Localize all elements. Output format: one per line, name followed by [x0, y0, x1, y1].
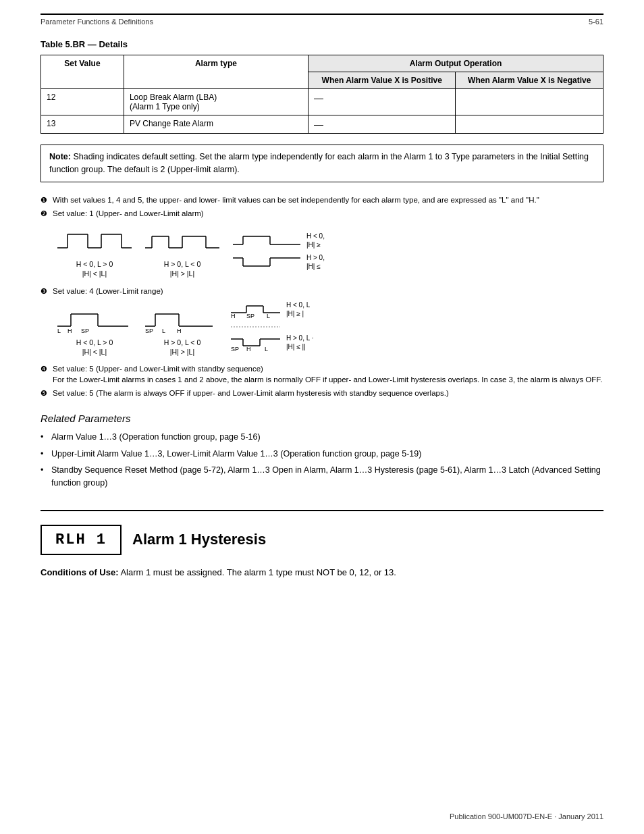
diagrams-row-1: H < 0, L > 0|H| < |L| H	[54, 224, 603, 278]
diag-caption-2b: H > 0, L < 0|H| > |L|	[142, 338, 223, 357]
row-when-negative	[456, 115, 603, 134]
signal-svg-2c-mid	[230, 324, 284, 330]
footnote-4: ❹ Set value: 5 (Upper- and Lower-Limit w…	[41, 363, 603, 385]
footnote-num-4: ❹	[41, 364, 50, 374]
svg-text:H: H	[68, 328, 72, 334]
diag-caption-1b: H > 0, L < 0|H| > |L|	[142, 260, 223, 278]
diag-caption-1a: H < 0, L > 0|H| < |L|	[54, 260, 135, 278]
footnote-text-3: Set value: 4 (Lower-Limit range)	[53, 286, 603, 296]
diagram-2a: L H SP H < 0, L > 0|H| < |L|	[54, 299, 135, 357]
footnotes: ❶ With set values 1, 4 and 5, the upper-…	[41, 194, 603, 399]
signal-svg-1c-top	[230, 231, 304, 250]
note-bold: Note:	[49, 152, 71, 161]
diag-label-1c-top: H < 0,|H| ≥	[306, 232, 325, 249]
svg-text:SP: SP	[246, 313, 254, 319]
diagrams-row-2: L H SP H < 0, L > 0|H| < |L|	[54, 299, 603, 357]
svg-text:SP: SP	[81, 328, 89, 334]
page-container: Parameter Functions & Definitions 5-61 T…	[0, 0, 644, 834]
alh-section: RLH 1 Alarm 1 Hysteresis Conditions of U…	[41, 510, 603, 580]
list-item: Upper-Limit Alarm Value 1…3, Lower-Limit…	[41, 448, 603, 461]
note-box: Note: Shading indicates default setting.…	[41, 145, 603, 182]
col-set-value: Set Value	[41, 55, 124, 89]
signal-svg-1c-bottom	[230, 253, 304, 271]
signal-svg-1a	[54, 224, 135, 258]
signal-svg-2c-top: H SP L	[230, 299, 284, 319]
list-item: Alarm Value 1…3 (Operation function grou…	[41, 431, 603, 444]
signal-svg-2b: SP L H	[142, 299, 223, 336]
row-alarm-type: Loop Break Alarm (LBA)(Alarm 1 Type only…	[124, 89, 308, 115]
diagram-1c-top: H < 0,|H| ≥	[230, 231, 325, 250]
row-set-value: 12	[41, 89, 124, 115]
alh-title: Alarm 1 Hysteresis	[132, 531, 266, 548]
footnote-text-2: Set value: 1 (Upper- and Lower-Limit ala…	[53, 208, 603, 219]
svg-text:L: L	[162, 328, 165, 334]
svg-text:L: L	[265, 346, 268, 353]
diagram-2b: SP L H H > 0, L < 0|H| > |L|	[142, 299, 223, 357]
diagram-1c-group: H < 0,|H| ≥ H > 0,|H| ≤	[230, 224, 325, 278]
signal-svg-1b	[142, 224, 223, 258]
diagram-2c-top: H SP L H < 0, L|H| ≥ |	[230, 299, 313, 319]
diagram-1a: H < 0, L > 0|H| < |L|	[54, 224, 135, 278]
row-when-positive: —	[308, 115, 456, 134]
svg-text:L: L	[267, 313, 270, 319]
related-list: Alarm Value 1…3 (Operation function grou…	[41, 431, 603, 490]
header-bar: Parameter Functions & Definitions 5-61	[41, 14, 603, 26]
diagram-1c-bottom: H > 0,|H| ≤	[230, 253, 325, 271]
table-row: 12 Loop Break Alarm (LBA)(Alarm 1 Type o…	[41, 89, 603, 115]
col-when-positive: When Alarm Value X is Positive	[308, 72, 456, 89]
footnote-text-5: Set value: 5 (The alarm is always OFF if…	[53, 388, 603, 398]
header-left: Parameter Functions & Definitions	[41, 18, 153, 26]
diag-label-2c-bottom: H > 0, L ·|H| ≤ ||	[286, 334, 313, 351]
footnote-num-1: ❶	[41, 195, 50, 205]
svg-text:L: L	[57, 328, 61, 334]
diagram-2c-bottom: SP H L H > 0, L ·|H| ≤ ||	[230, 332, 313, 353]
svg-text:SP: SP	[231, 346, 239, 353]
note-text: Shading indicates default setting. Set t…	[49, 152, 589, 174]
table-row: 13 PV Change Rate Alarm —	[41, 115, 603, 134]
col-alarm-output: Alarm Output Operation	[308, 55, 603, 72]
related-parameters-section: Related Parameters Alarm Value 1…3 (Oper…	[41, 413, 603, 490]
signal-svg-2c-bottom: SP H L	[230, 332, 284, 353]
alh-conditions-bold: Conditions of Use:	[41, 567, 119, 577]
related-title: Related Parameters	[41, 413, 603, 424]
list-item: Standby Sequence Reset Method (page 5-72…	[41, 464, 603, 490]
svg-text:H: H	[231, 313, 236, 319]
diagram-set-1: H < 0, L > 0|H| < |L| H	[54, 224, 603, 278]
svg-text:H: H	[177, 328, 182, 334]
alh-box: RLH 1	[41, 525, 122, 555]
footer-text: Publication 900-UM007D-EN-E · January 20…	[450, 812, 603, 820]
row-when-negative	[456, 89, 603, 115]
footnote-3: ❸ Set value: 4 (Lower-Limit range)	[41, 286, 603, 296]
alh-conditions-text: Alarm 1 must be assigned. The alarm 1 ty…	[119, 567, 396, 577]
footnote-num-2: ❷	[41, 209, 50, 219]
svg-text:SP: SP	[145, 328, 153, 334]
footnote-num-5: ❺	[41, 388, 50, 398]
diagram-1b: H > 0, L < 0|H| > |L|	[142, 224, 223, 278]
alh-conditions: Conditions of Use: Alarm 1 must be assig…	[41, 566, 603, 580]
diagram-set-2: L H SP H < 0, L > 0|H| < |L|	[54, 299, 603, 357]
row-set-value: 13	[41, 115, 124, 134]
footnote-2: ❷ Set value: 1 (Upper- and Lower-Limit a…	[41, 208, 603, 219]
footnote-num-3: ❸	[41, 286, 50, 296]
row-when-positive: —	[308, 89, 456, 115]
alh-header: RLH 1 Alarm 1 Hysteresis	[41, 525, 603, 555]
diagram-2c-mid	[230, 323, 313, 331]
footnote-5: ❺ Set value: 5 (The alarm is always OFF …	[41, 388, 603, 398]
svg-text:H: H	[246, 346, 251, 353]
diag-label-1c-bottom: H > 0,|H| ≤	[306, 253, 325, 271]
col-when-negative: When Alarm Value X is Negative	[456, 72, 603, 89]
header-right: 5-61	[589, 18, 603, 26]
col-alarm-type: Alarm type	[124, 55, 308, 89]
footnote-text-1: With set values 1, 4 and 5, the upper- a…	[53, 194, 603, 205]
diagram-2c-group: H SP L H < 0, L|H| ≥ |	[230, 299, 313, 353]
diag-caption-2a: H < 0, L > 0|H| < |L|	[54, 338, 135, 357]
table-title: Table 5.BR — Details	[41, 39, 603, 49]
footnote-text-4: Set value: 5 (Upper- and Lower-Limit wit…	[53, 363, 603, 385]
signal-svg-2a: L H SP	[54, 299, 135, 336]
alarm-table: Set Value Alarm type Alarm Output Operat…	[41, 55, 603, 134]
footnote-1: ❶ With set values 1, 4 and 5, the upper-…	[41, 194, 603, 205]
page-footer: Publication 900-UM007D-EN-E · January 20…	[450, 812, 603, 820]
diag-label-2c-top: H < 0, L|H| ≥ |	[286, 301, 310, 318]
row-alarm-type: PV Change Rate Alarm	[124, 115, 308, 134]
